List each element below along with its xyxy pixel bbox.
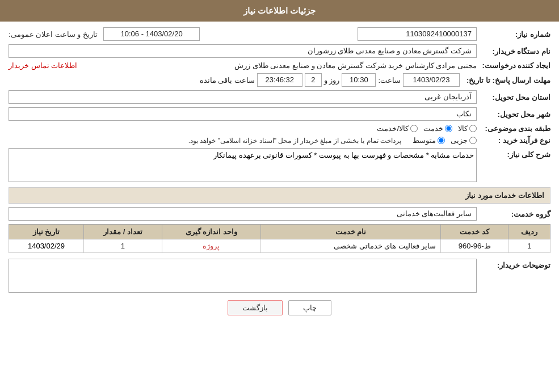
category-radio-kala-khedmat-input[interactable] [410, 125, 418, 132]
announce-date-label: تاریخ و ساعت اعلان عمومی: [9, 30, 101, 39]
buyer-label: نام دستگاه خریدار: [477, 47, 550, 56]
deadline-date: 1403/02/23 [403, 73, 460, 87]
deadline-time: 10:30 [342, 73, 376, 87]
cell-row: 1 [508, 239, 550, 253]
col-name: نام خدمت [260, 225, 440, 239]
cell-name: سایر فعالیت های خدماتی شخصی [260, 239, 440, 253]
page-title: جزئیات اطلاعات نیاز [0, 0, 559, 22]
cell-code: ط-96-960 [441, 239, 508, 253]
buyer-desc-row: توضیحات خریدار: [9, 259, 550, 294]
buyer-desc-textarea[interactable] [9, 259, 477, 293]
description-label: شرح کلی نیاز: [477, 148, 550, 159]
deadline-remaining-label: ساعت باقی مانده [200, 76, 255, 85]
purchase-type-motaset: متوسط [413, 136, 445, 145]
back-button[interactable]: بازگشت [228, 300, 283, 315]
cell-unit: پروژه [162, 239, 260, 253]
buyer-desc-label: توضیحات خریدار: [477, 259, 550, 269]
requester-row: ایجاد کننده درخواست: مجتبی مرادی کارشناس… [9, 61, 550, 70]
category-radio-group: کالا خدمت کالا/خدمت [9, 124, 477, 133]
cell-count: 1 [83, 239, 162, 253]
deadline-label: مهلت ارسال پاسخ: تا تاریخ: [460, 76, 550, 85]
col-code: کد خدمت [441, 225, 508, 239]
purchase-type-motaset-label: متوسط [413, 136, 436, 145]
service-group-value: سایر فعالیت‌های خدماتی [9, 207, 477, 221]
need-number-row: شماره نیاز: 1103092410000137 1403/02/20 … [9, 27, 550, 41]
city-label: شهر محل تحویل: [477, 110, 550, 119]
city-row: شهر محل تحویل: نکاب [9, 107, 550, 121]
requester-label: ایجاد کننده درخواست: [477, 61, 550, 70]
service-table: ردیف کد خدمت نام خدمت واحد اندازه گیری ت… [9, 224, 550, 253]
buyer-value: شرکت گسترش معادن و صنایع معدنی طلای زرشو… [9, 44, 477, 58]
col-count: تعداد / مقدار [83, 225, 162, 239]
service-group-row: گروه خدمت: سایر فعالیت‌های خدماتی [9, 207, 550, 221]
deadline-row: مهلت ارسال پاسخ: تا تاریخ: 1403/02/23 سا… [9, 73, 550, 87]
purchase-notice: پرداخت تمام یا بخشی از مبلغ خریدار از مح… [188, 137, 401, 145]
category-radio-kala-label: کالا [458, 124, 468, 133]
need-number-label: شماره نیاز: [477, 30, 550, 39]
category-radio-khedmat: خدمت [423, 124, 452, 133]
province-row: استان محل تحویل: آذربایجان غربی [9, 90, 550, 104]
purchase-type-row: نوع فرآیند خرید : جزیی متوسط پرداخت تمام… [9, 136, 550, 145]
need-number-value: 1103092410000137 [358, 27, 477, 41]
province-value: آذربایجان غربی [9, 90, 477, 104]
buyer-row: نام دستگاه خریدار: شرکت گسترش معادن و صن… [9, 44, 550, 58]
purchase-type-label: نوع فرآیند خرید : [477, 136, 550, 145]
description-textarea[interactable] [9, 148, 477, 182]
description-row: شرح کلی نیاز: [9, 148, 550, 184]
requester-name: مجتبی مرادی کارشناس خرید شرکت گسترش معاد… [79, 61, 477, 70]
col-date: تاریخ نیاز [9, 225, 84, 239]
services-section-title: اطلاعات خدمات مورد نیاز [9, 187, 550, 204]
requester-contact-link[interactable]: اطلاعات تماس خریدار [9, 61, 77, 70]
deadline-time-label: ساعت: [378, 76, 401, 85]
service-group-label: گروه خدمت: [477, 210, 550, 218]
col-row: ردیف [508, 225, 550, 239]
purchase-type-radio-group: جزیی متوسط پرداخت تمام یا بخشی از مبلغ خ… [9, 136, 477, 145]
category-radio-khedmat-input[interactable] [445, 125, 452, 132]
bottom-buttons: چاپ بازگشت [9, 300, 550, 324]
category-row: طبقه بندی موضوعی: کالا خدمت کالا/خدمت [9, 124, 550, 133]
category-radio-kala: کالا [458, 124, 477, 133]
cell-date: 1403/02/29 [9, 239, 84, 253]
announce-date-value: 1403/02/20 - 10:06 [103, 27, 200, 41]
purchase-type-jozyi: جزیی [451, 136, 477, 145]
purchase-type-motaset-input[interactable] [438, 137, 445, 144]
deadline-days-label: روز و [324, 76, 340, 85]
city-value: نکاب [9, 107, 477, 121]
deadline-days: 2 [305, 73, 322, 87]
col-unit: واحد اندازه گیری [162, 225, 260, 239]
purchase-type-jozyi-label: جزیی [451, 136, 468, 145]
category-radio-kala-khedmat: کالا/خدمت [377, 124, 418, 133]
category-label: طبقه بندی موضوعی: [477, 124, 550, 133]
deadline-remaining: 23:46:32 [257, 73, 302, 87]
category-radio-kala-khedmat-label: کالا/خدمت [377, 124, 409, 133]
province-label: استان محل تحویل: [477, 93, 550, 102]
header-title-text: جزئیات اطلاعات نیاز [243, 6, 316, 15]
category-radio-khedmat-label: خدمت [423, 124, 443, 133]
purchase-type-jozyi-input[interactable] [469, 137, 477, 144]
category-radio-kala-input[interactable] [469, 125, 477, 132]
print-button[interactable]: چاپ [288, 300, 331, 315]
table-row: 1 ط-96-960 سایر فعالیت های خدماتی شخصی پ… [9, 239, 550, 253]
table-header-row: ردیف کد خدمت نام خدمت واحد اندازه گیری ت… [9, 225, 550, 239]
